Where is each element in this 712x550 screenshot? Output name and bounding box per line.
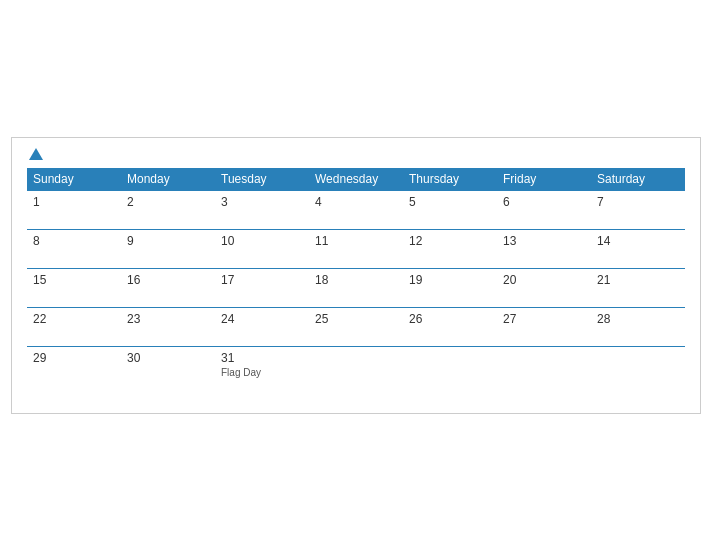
calendar-cell: 22 [27, 307, 121, 346]
weekday-header-friday: Friday [497, 168, 591, 191]
calendar-cell: 7 [591, 190, 685, 229]
calendar-thead: SundayMondayTuesdayWednesdayThursdayFrid… [27, 168, 685, 191]
day-number: 5 [409, 195, 491, 209]
calendar-cell: 5 [403, 190, 497, 229]
calendar-cell: 19 [403, 268, 497, 307]
weekday-header-saturday: Saturday [591, 168, 685, 191]
weekday-header-tuesday: Tuesday [215, 168, 309, 191]
calendar-cell: 8 [27, 229, 121, 268]
weekday-header-monday: Monday [121, 168, 215, 191]
weekday-header-sunday: Sunday [27, 168, 121, 191]
calendar-cell: 29 [27, 346, 121, 398]
day-number: 20 [503, 273, 585, 287]
day-number: 22 [33, 312, 115, 326]
day-number: 27 [503, 312, 585, 326]
calendar-cell: 12 [403, 229, 497, 268]
calendar-table: SundayMondayTuesdayWednesdayThursdayFrid… [27, 168, 685, 398]
calendar-cell: 17 [215, 268, 309, 307]
day-number: 2 [127, 195, 209, 209]
calendar-cell: 10 [215, 229, 309, 268]
calendar-cell: 21 [591, 268, 685, 307]
day-number: 14 [597, 234, 679, 248]
logo [27, 148, 43, 160]
calendar-cell: 16 [121, 268, 215, 307]
week-row-3: 15161718192021 [27, 268, 685, 307]
calendar-cell: 6 [497, 190, 591, 229]
day-number: 26 [409, 312, 491, 326]
calendar-event: Flag Day [221, 367, 303, 378]
calendar-cell: 13 [497, 229, 591, 268]
calendar-cell: 24 [215, 307, 309, 346]
day-number: 30 [127, 351, 209, 365]
calendar-cell: 23 [121, 307, 215, 346]
calendar-cell: 2 [121, 190, 215, 229]
day-number: 13 [503, 234, 585, 248]
calendar-cell: 20 [497, 268, 591, 307]
calendar-cell: 30 [121, 346, 215, 398]
logo-triangle-icon [29, 148, 43, 160]
day-number: 12 [409, 234, 491, 248]
calendar-cell: 9 [121, 229, 215, 268]
calendar-cell: 27 [497, 307, 591, 346]
week-row-2: 891011121314 [27, 229, 685, 268]
calendar-cell [591, 346, 685, 398]
week-row-5: 293031Flag Day [27, 346, 685, 398]
weekday-header-thursday: Thursday [403, 168, 497, 191]
day-number: 29 [33, 351, 115, 365]
calendar-cell: 28 [591, 307, 685, 346]
calendar-cell: 25 [309, 307, 403, 346]
calendar-cell: 31Flag Day [215, 346, 309, 398]
day-number: 21 [597, 273, 679, 287]
calendar-cell: 15 [27, 268, 121, 307]
day-number: 24 [221, 312, 303, 326]
calendar-cell: 11 [309, 229, 403, 268]
day-number: 9 [127, 234, 209, 248]
day-number: 6 [503, 195, 585, 209]
week-row-1: 1234567 [27, 190, 685, 229]
calendar-cell: 18 [309, 268, 403, 307]
day-number: 3 [221, 195, 303, 209]
calendar-cell: 4 [309, 190, 403, 229]
day-number: 23 [127, 312, 209, 326]
calendar-cell [309, 346, 403, 398]
day-number: 17 [221, 273, 303, 287]
calendar-cell: 26 [403, 307, 497, 346]
week-row-4: 22232425262728 [27, 307, 685, 346]
calendar-cell [497, 346, 591, 398]
calendar-cell: 14 [591, 229, 685, 268]
day-number: 28 [597, 312, 679, 326]
day-number: 18 [315, 273, 397, 287]
day-number: 31 [221, 351, 303, 365]
day-number: 15 [33, 273, 115, 287]
calendar-cell [403, 346, 497, 398]
calendar-header [27, 148, 685, 160]
calendar-container: SundayMondayTuesdayWednesdayThursdayFrid… [11, 137, 701, 414]
day-number: 11 [315, 234, 397, 248]
weekday-header-wednesday: Wednesday [309, 168, 403, 191]
calendar-tbody: 1234567891011121314151617181920212223242… [27, 190, 685, 398]
day-number: 16 [127, 273, 209, 287]
day-number: 8 [33, 234, 115, 248]
day-number: 25 [315, 312, 397, 326]
day-number: 4 [315, 195, 397, 209]
day-number: 19 [409, 273, 491, 287]
calendar-cell: 3 [215, 190, 309, 229]
day-number: 1 [33, 195, 115, 209]
day-number: 10 [221, 234, 303, 248]
day-number: 7 [597, 195, 679, 209]
calendar-cell: 1 [27, 190, 121, 229]
weekday-header-row: SundayMondayTuesdayWednesdayThursdayFrid… [27, 168, 685, 191]
